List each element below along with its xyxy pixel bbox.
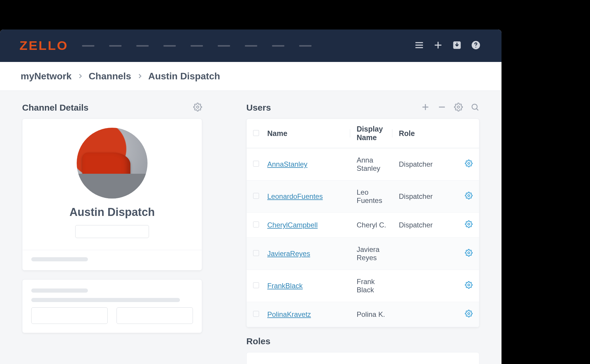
user-role: Dispatcher: [399, 221, 458, 229]
row-checkbox[interactable]: [253, 161, 259, 167]
table-row: JavieraReyesJaviera Reyes: [247, 238, 479, 270]
svg-point-19: [468, 313, 470, 315]
roles-title: Roles: [246, 336, 271, 346]
nav-placeholder: [245, 45, 257, 47]
row-gear-icon[interactable]: [465, 311, 473, 319]
channel-status-select[interactable]: [75, 225, 149, 238]
nav-placeholder: [299, 45, 312, 47]
user-link[interactable]: AnnaStanley: [267, 160, 307, 168]
gear-icon[interactable]: [193, 103, 202, 113]
user-display-name: Javiera Reyes: [357, 245, 392, 262]
user-link[interactable]: FrankBlack: [267, 282, 303, 290]
user-display-name: Leo Fuentes: [357, 188, 392, 205]
top-header: ZELLO: [0, 29, 502, 62]
col-role-header[interactable]: Role: [399, 129, 458, 138]
roles-header: Roles: [246, 336, 479, 346]
channel-details-title: Channel Details: [22, 103, 88, 113]
row-gear-icon[interactable]: [465, 250, 473, 258]
svg-point-14: [468, 163, 470, 165]
user-link[interactable]: CherylCampbell: [267, 221, 318, 229]
channel-card: Austin Dispatch: [22, 119, 202, 270]
row-gear-icon[interactable]: [465, 222, 473, 229]
breadcrumb-network[interactable]: myNetwork: [21, 71, 72, 82]
user-link[interactable]: LeonardoFuentes: [267, 192, 323, 200]
roles-card: [246, 352, 479, 364]
table-row: CherylCampbellCheryl C.Dispatcher: [247, 213, 479, 238]
row-checkbox[interactable]: [253, 250, 259, 256]
users-section: Users Name Display Name: [246, 103, 479, 327]
plus-icon[interactable]: [433, 40, 443, 51]
nav-placeholder: [272, 45, 284, 47]
user-display-name: Anna Stanley: [357, 156, 392, 173]
svg-point-7: [196, 106, 199, 108]
svg-point-15: [468, 195, 470, 197]
chevron-right-icon: [137, 71, 143, 82]
row-checkbox[interactable]: [253, 222, 259, 227]
right-column: Users Name Display Name: [246, 103, 479, 352]
table-row: AnnaStanleyAnna StanleyDispatcher: [247, 148, 479, 181]
nav-placeholder: [109, 45, 122, 47]
chevron-right-icon: [77, 71, 83, 82]
svg-point-11: [457, 106, 460, 108]
breadcrumb-current: Austin Dispatch: [148, 71, 220, 82]
user-display-name: Polina K.: [357, 310, 392, 319]
minus-icon[interactable]: [437, 103, 446, 113]
content: Channel Details Austin Dispatch: [0, 91, 502, 364]
users-title: Users: [246, 103, 271, 113]
svg-point-17: [468, 252, 470, 254]
svg-point-16: [468, 223, 470, 225]
svg-point-12: [472, 104, 477, 109]
user-display-name: Frank Black: [357, 278, 392, 294]
svg-point-18: [468, 284, 470, 286]
select-all-checkbox[interactable]: [253, 130, 259, 136]
user-role: Dispatcher: [399, 160, 458, 168]
user-display-name: Cheryl C.: [357, 221, 392, 229]
header-actions: [414, 40, 481, 51]
nav-placeholder: [82, 45, 94, 47]
download-icon[interactable]: [452, 40, 462, 51]
channel-avatar[interactable]: [77, 128, 148, 199]
table-header: Name Display Name Role: [247, 119, 479, 148]
row-checkbox[interactable]: [253, 282, 259, 288]
row-gear-icon[interactable]: [465, 282, 473, 290]
nav-placeholder: [218, 45, 230, 47]
logo: ZELLO: [19, 39, 68, 53]
users-header: Users: [246, 103, 479, 113]
row-gear-icon[interactable]: [465, 161, 473, 169]
menu-icon[interactable]: [414, 40, 424, 51]
help-icon[interactable]: [471, 40, 481, 51]
plus-icon[interactable]: [421, 103, 430, 113]
row-gear-icon[interactable]: [465, 193, 473, 201]
row-checkbox[interactable]: [253, 193, 259, 199]
placeholder-input[interactable]: [31, 307, 108, 324]
col-display-header[interactable]: Display Name: [357, 125, 392, 142]
user-role: Dispatcher: [399, 192, 458, 201]
nav-placeholder: [191, 45, 203, 47]
breadcrumb-channels[interactable]: Channels: [89, 71, 131, 82]
table-row: LeonardoFuentesLeo FuentesDispatcher: [247, 181, 479, 213]
col-name-header[interactable]: Name: [267, 129, 350, 138]
channel-details-header: Channel Details: [22, 103, 202, 113]
channel-extra-card: [22, 279, 202, 333]
table-row: PolinaKravetzPolina K.: [247, 302, 479, 327]
svg-line-13: [476, 109, 478, 110]
app-window: ZELLO myNetwork Channels Austin Dispatch…: [0, 29, 502, 364]
user-link[interactable]: PolinaKravetz: [267, 310, 311, 318]
search-icon[interactable]: [471, 103, 479, 113]
nav-placeholder: [136, 45, 149, 47]
nav-placeholder: [163, 45, 176, 47]
channel-name: Austin Dispatch: [31, 206, 193, 219]
users-table: Name Display Name Role AnnaStanleyAnna S…: [246, 119, 479, 327]
gear-icon[interactable]: [454, 103, 463, 113]
placeholder-input[interactable]: [117, 307, 193, 324]
table-row: FrankBlackFrank Black: [247, 270, 479, 302]
user-link[interactable]: JavieraReyes: [267, 250, 310, 258]
roles-section: Roles: [246, 336, 479, 364]
left-column: Channel Details Austin Dispatch: [22, 103, 202, 352]
breadcrumb: myNetwork Channels Austin Dispatch: [0, 62, 502, 91]
row-checkbox[interactable]: [253, 311, 259, 317]
